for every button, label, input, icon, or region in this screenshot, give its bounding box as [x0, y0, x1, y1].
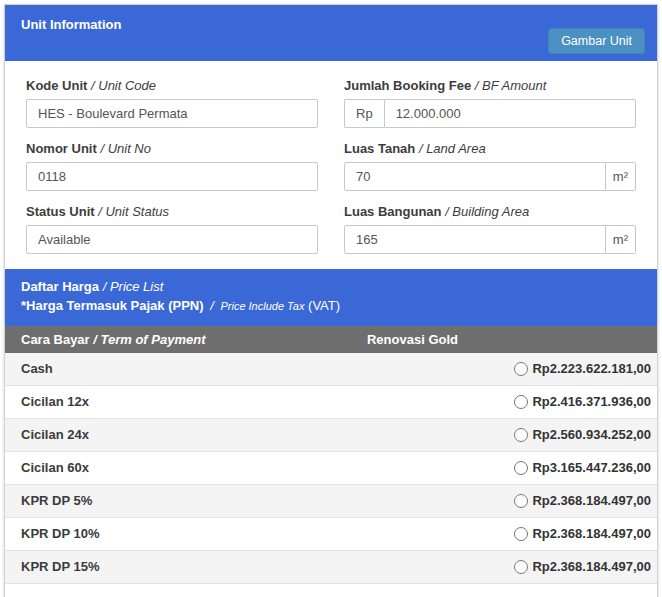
price-radio[interactable] [514, 428, 528, 442]
price-list-header: Daftar Harga / Price List *Harga Termasu… [5, 269, 657, 326]
price-row-kpr-dp-10: KPR DP 10% Rp2.368.184.497,00 [5, 518, 657, 551]
nomor-unit-label: Nomor Unit / Unit No [26, 141, 318, 156]
price-value: Rp2.560.934.252,00 [532, 427, 651, 442]
price-value: Rp2.368.184.497,00 [532, 493, 651, 508]
payment-term-label: Cicilan 60x [21, 460, 89, 475]
currency-prefix: Rp [344, 99, 384, 128]
term-of-payment-column-header: Cara Bayar / Term of Payment [5, 332, 206, 347]
status-unit-input[interactable] [26, 225, 318, 254]
price-row-cicilan-24x: Cicilan 24x Rp2.560.934.252,00 [5, 419, 657, 452]
payment-term-label: Cicilan 12x [21, 394, 89, 409]
luas-tanah-input[interactable] [344, 162, 606, 191]
price-row-cicilan-12x: Cicilan 12x Rp2.416.371.936,00 [5, 386, 657, 419]
payment-term-label: Cash [21, 361, 53, 376]
price-radio[interactable] [514, 560, 528, 574]
price-table-header: Cara Bayar / Term of Payment Renovasi Go… [5, 326, 657, 353]
kode-unit-label: Kode Unit / Unit Code [26, 78, 318, 93]
price-footnote: *Harga dalam Rupiah / Price in IDR [5, 584, 657, 597]
price-row-cash: Cash Rp2.223.622.181,00 [5, 353, 657, 386]
field-status-unit: Status Unit / Unit Status [26, 204, 318, 254]
price-list-tax-note: *Harga Termasuk Pajak (PPN) / Price Incl… [21, 297, 641, 316]
status-unit-label: Status Unit / Unit Status [26, 204, 318, 219]
booking-fee-label: Jumlah Booking Fee / BF Amount [344, 78, 636, 93]
renovasi-gold-column-header: Renovasi Gold [367, 326, 458, 353]
price-value: Rp2.223.622.181,00 [532, 361, 651, 376]
price-radio[interactable] [514, 527, 528, 541]
unit-information-card: Unit Information Gambar Unit Kode Unit /… [4, 4, 658, 597]
sqm-unit-suffix: m² [606, 162, 636, 191]
unit-info-header: Unit Information Gambar Unit [5, 5, 657, 61]
luas-bangunan-label: Luas Bangunan / Building Area [344, 204, 636, 219]
unit-info-form: Kode Unit / Unit Code Jumlah Booking Fee… [5, 61, 657, 269]
payment-term-label: KPR DP 5% [21, 493, 92, 508]
payment-term-label: KPR DP 15% [21, 559, 100, 574]
payment-term-label: KPR DP 10% [21, 526, 100, 541]
luas-tanah-label: Luas Tanah / Land Area [344, 141, 636, 156]
field-luas-tanah: Luas Tanah / Land Area m² [344, 141, 636, 191]
price-radio[interactable] [514, 395, 528, 409]
field-nomor-unit: Nomor Unit / Unit No [26, 141, 318, 191]
sqm-unit-suffix: m² [606, 225, 636, 254]
price-table-body: Cash Rp2.223.622.181,00 Cicilan 12x Rp2.… [5, 353, 657, 584]
price-value: Rp3.165.447.236,00 [532, 460, 651, 475]
luas-bangunan-input[interactable] [344, 225, 606, 254]
kode-unit-input[interactable] [26, 99, 318, 128]
price-row-kpr-dp-5: KPR DP 5% Rp2.368.184.497,00 [5, 485, 657, 518]
booking-fee-input[interactable] [384, 99, 636, 128]
price-radio[interactable] [514, 461, 528, 475]
price-row-cicilan-60x: Cicilan 60x Rp3.165.447.236,00 [5, 452, 657, 485]
price-row-kpr-dp-15: KPR DP 15% Rp2.368.184.497,00 [5, 551, 657, 584]
nomor-unit-input[interactable] [26, 162, 318, 191]
price-radio[interactable] [514, 494, 528, 508]
price-value: Rp2.368.184.497,00 [532, 526, 651, 541]
payment-term-label: Cicilan 24x [21, 427, 89, 442]
field-kode-unit: Kode Unit / Unit Code [26, 78, 318, 128]
price-value: Rp2.416.371.936,00 [532, 394, 651, 409]
field-booking-fee: Jumlah Booking Fee / BF Amount Rp [344, 78, 636, 128]
price-value: Rp2.368.184.497,00 [532, 559, 651, 574]
price-list-title: Daftar Harga / Price List [21, 278, 641, 297]
price-radio[interactable] [514, 362, 528, 376]
gambar-unit-button[interactable]: Gambar Unit [548, 28, 645, 54]
field-luas-bangunan: Luas Bangunan / Building Area m² [344, 204, 636, 254]
